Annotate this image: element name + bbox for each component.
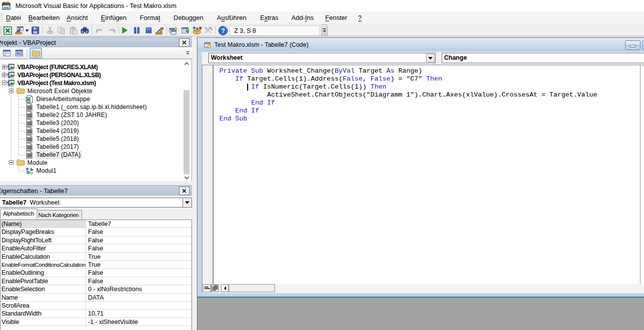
break-button[interactable] bbox=[131, 25, 142, 36]
tree-item[interactable]: Tabelle2 (ZST 10 JAHRE) bbox=[0, 111, 182, 119]
property-value[interactable] bbox=[86, 302, 191, 309]
view-code-button[interactable] bbox=[0, 48, 12, 58]
procedure-dropdown[interactable]: Change bbox=[442, 53, 644, 63]
tree-item-label[interactable]: Tabelle5 (2018) bbox=[36, 135, 80, 142]
property-name[interactable]: Visible bbox=[0, 318, 86, 326]
property-row[interactable]: EnableSelection0 - xlNoRestrictions bbox=[0, 285, 191, 293]
property-name[interactable]: (Name) bbox=[0, 220, 86, 227]
property-value[interactable]: False bbox=[86, 228, 191, 235]
tree-item[interactable]: Module bbox=[0, 159, 182, 167]
property-name[interactable]: EnableSelection bbox=[0, 285, 86, 293]
code-line[interactable]: End Sub bbox=[219, 115, 597, 123]
redo-button[interactable] bbox=[106, 25, 117, 36]
menu-item-ansicht[interactable]: Ansicht bbox=[67, 12, 88, 23]
full-module-view-button[interactable] bbox=[211, 284, 219, 292]
property-row[interactable]: EnableOutliningFalse bbox=[0, 269, 191, 277]
property-value[interactable]: False bbox=[86, 269, 191, 276]
object-dropdown[interactable]: Worksheet bbox=[208, 53, 436, 63]
code-window-titlebar[interactable]: Test Makro.xlsm - Tabelle7 (Code) bbox=[197, 38, 644, 52]
menu-item-add-ins[interactable]: Add-Ins bbox=[291, 12, 314, 23]
properties-window-button[interactable] bbox=[180, 25, 191, 36]
property-value[interactable]: True bbox=[86, 253, 191, 260]
property-name[interactable]: EnablePivotTable bbox=[0, 277, 86, 285]
property-row[interactable]: DisplayRightToLeftFalse bbox=[0, 236, 191, 244]
code-pane[interactable]: Private Sub Worksheet_Change(ByVal Targe… bbox=[202, 65, 644, 284]
code-text[interactable]: Private Sub Worksheet_Change(ByVal Targe… bbox=[214, 67, 597, 123]
property-row[interactable]: EnableFormatConditionsCalculationTrue bbox=[0, 261, 191, 269]
tree-item-label[interactable]: Tabelle3 (2020) bbox=[36, 119, 80, 126]
property-row[interactable]: StandardWidth10,71 bbox=[0, 310, 191, 318]
minimize-button[interactable] bbox=[625, 40, 641, 50]
project-panel-titlebar[interactable]: Projekt - VBAProject bbox=[0, 37, 192, 47]
tree-item-label[interactable]: Tabelle2 (ZST 10 JAHRE) bbox=[36, 111, 107, 118]
property-value[interactable]: False bbox=[86, 236, 191, 244]
menu-item-ausf-hren[interactable]: Ausführen bbox=[217, 12, 246, 23]
property-value[interactable]: False bbox=[86, 244, 191, 252]
design-mode-button[interactable] bbox=[154, 25, 165, 36]
tree-item-label[interactable]: Tabelle6 (2017) bbox=[36, 143, 80, 150]
tree-item-label[interactable]: Tabelle1 (_com.sap.ip.bi.xl.hiddensheet) bbox=[36, 104, 147, 110]
tree-item[interactable]: Tabelle7 (DATA) bbox=[0, 151, 182, 159]
tree-item-label[interactable]: DieseArbeitsmappe bbox=[36, 96, 91, 103]
property-row[interactable]: EnableAutoFilterFalse bbox=[0, 244, 191, 252]
tree-item-label[interactable]: Tabelle7 (DATA) bbox=[36, 151, 81, 158]
property-row[interactable]: NameDATA bbox=[0, 294, 191, 302]
code-vscrollbar-edge[interactable] bbox=[640, 65, 641, 284]
tree-item[interactable]: DieseArbeitsmappe bbox=[0, 95, 182, 103]
property-value[interactable]: DATA bbox=[86, 294, 191, 301]
code-line[interactable]: End If bbox=[219, 99, 597, 107]
property-name[interactable]: DisplayPageBreaks bbox=[0, 228, 86, 235]
project-panel-close-button[interactable] bbox=[179, 38, 189, 47]
property-value[interactable]: 0 - xlNoRestrictions bbox=[86, 285, 191, 293]
property-name[interactable]: ScrollArea bbox=[0, 302, 86, 309]
menu-item-bearbeiten[interactable]: Bearbeiten bbox=[28, 12, 60, 23]
insert-userform-dropdown-arrow[interactable] bbox=[24, 25, 29, 36]
property-value[interactable]: 10,71 bbox=[86, 310, 191, 317]
help-button[interactable]: ? bbox=[217, 25, 228, 36]
menu-item-extras[interactable]: Extras bbox=[260, 12, 278, 23]
property-row[interactable]: EnablePivotTableFalse bbox=[0, 277, 191, 285]
menu-item-debuggen[interactable]: Debuggen bbox=[174, 12, 203, 23]
code-line[interactable]: If IsNumeric(Target.Cells(1)) Then bbox=[219, 83, 597, 91]
find-button[interactable] bbox=[79, 25, 90, 36]
toggle-folders-button[interactable] bbox=[30, 48, 42, 58]
view-object-button[interactable] bbox=[13, 48, 25, 58]
tree-item-label[interactable]: Tabelle4 (2019) bbox=[36, 127, 80, 134]
project-panel-overflow-button[interactable] bbox=[184, 49, 190, 57]
property-name[interactable]: DisplayRightToLeft bbox=[0, 236, 86, 244]
tree-item[interactable]: VBAProject (Test Makro.xlsm) bbox=[0, 79, 182, 87]
procedure-view-button[interactable] bbox=[203, 284, 211, 292]
menu-item-?[interactable]: ? bbox=[358, 12, 362, 23]
undo-button[interactable] bbox=[94, 25, 105, 36]
tree-item[interactable]: Tabelle3 (2020) bbox=[0, 119, 182, 127]
tab-nach-kategorien[interactable]: Nach Kategorien bbox=[35, 210, 82, 219]
copy-button[interactable] bbox=[56, 25, 67, 36]
menu-item-format[interactable]: Format bbox=[140, 12, 160, 23]
property-value[interactable]: Tabelle7 bbox=[86, 220, 191, 227]
code-line[interactable]: ActiveSheet.ChartObjects("Diagramm 1").C… bbox=[219, 91, 597, 99]
scroll-thumb[interactable] bbox=[184, 90, 189, 174]
view-microsoft-excel-button[interactable] bbox=[2, 25, 13, 36]
tree-item[interactable]: Microsoft Excel Objekte bbox=[0, 87, 182, 95]
property-name[interactable]: EnableCalculation bbox=[0, 253, 86, 260]
code-line[interactable]: End If bbox=[219, 107, 597, 115]
run-button[interactable] bbox=[119, 25, 130, 36]
toolbox-button[interactable] bbox=[203, 25, 214, 36]
property-row[interactable]: ScrollArea bbox=[0, 302, 191, 310]
code-line[interactable]: Private Sub Worksheet_Change(ByVal Targe… bbox=[219, 67, 597, 75]
toolbar-overflow-button[interactable] bbox=[321, 24, 328, 36]
property-name[interactable]: EnableAutoFilter bbox=[0, 244, 86, 252]
tree-item-label[interactable]: VBAProject (FUNCRES.XLAM) bbox=[17, 64, 98, 71]
tree-item[interactable]: Tabelle4 (2019) bbox=[0, 127, 182, 135]
property-row[interactable]: DisplayPageBreaksFalse bbox=[0, 228, 191, 236]
property-row[interactable]: EnableCalculationTrue bbox=[0, 253, 191, 261]
insert-userform-button[interactable] bbox=[13, 25, 24, 36]
tree-item-label[interactable]: Microsoft Excel Objekte bbox=[27, 88, 93, 95]
tree-item[interactable]: Tabelle1 (_com.sap.ip.bi.xl.hiddensheet) bbox=[0, 103, 182, 111]
property-name[interactable]: EnableOutlining bbox=[0, 269, 86, 276]
menu-item-datei[interactable]: Datei bbox=[6, 12, 21, 23]
chevron-down-icon[interactable] bbox=[183, 198, 191, 207]
tree-item[interactable]: Modul1 bbox=[0, 167, 182, 175]
hscroll-thumb[interactable] bbox=[229, 284, 275, 292]
menu-item-einf-gen[interactable]: Einfügen bbox=[101, 12, 126, 23]
